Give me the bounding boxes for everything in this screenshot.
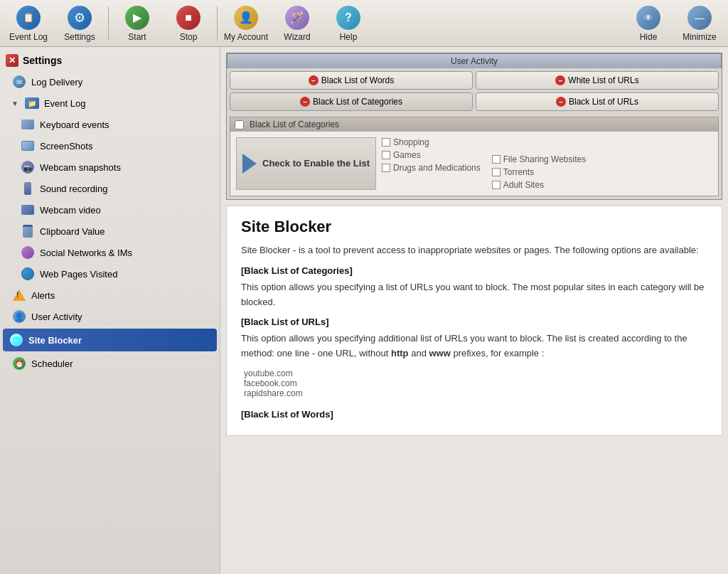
cat-checkbox-filesharing[interactable]	[492, 155, 500, 164]
sidebar-item-clipboard[interactable]: Clipboard Value	[0, 220, 220, 242]
settings-label: Settings	[64, 32, 95, 42]
content-area: User Activity – Black List of Words – Wh…	[220, 47, 728, 574]
minimize-label: Minimize	[682, 32, 716, 42]
categories-list: Shopping Games Drugs and Medications	[382, 137, 712, 190]
cat-label-drugs: Drugs and Medications	[393, 163, 481, 173]
sidebar-item-scheduler[interactable]: ⏰ Scheduler	[0, 353, 220, 374]
sidebar-item-log-delivery[interactable]: ✉ Log Delivery	[0, 71, 220, 92]
tab-black-list-words-label: Black List of Words	[321, 75, 394, 85]
cat-checkbox-shopping[interactable]	[382, 138, 390, 147]
categories-panel-header: Black List of Categories	[230, 117, 718, 132]
cat-item-games: Games	[382, 150, 481, 160]
help-button[interactable]: ? Help	[323, 2, 374, 45]
settings-button[interactable]: ⚙ Settings	[54, 2, 105, 45]
stop-button[interactable]: ■ Stop	[163, 2, 214, 45]
desc-title: Site Blocker	[241, 218, 707, 236]
event-log-icon: 📋	[16, 5, 41, 31]
cat-label-filesharing: File Sharing Websites	[503, 154, 587, 164]
cat-item-drugs: Drugs and Medications	[382, 163, 481, 173]
cat-label-shopping: Shopping	[393, 137, 429, 147]
scheduler-label: Scheduler	[31, 358, 73, 369]
user-activity-title: User Activity	[451, 56, 498, 66]
desc-example-3: rapidshare.com	[244, 388, 707, 398]
close-button[interactable]: ✕	[6, 54, 18, 67]
tab-row-2: – Black List of Categories – Black List …	[227, 92, 722, 114]
toolbar-sep-1	[108, 6, 109, 41]
event-log-button[interactable]: 📋 Event Log	[3, 2, 54, 45]
cat-item-filesharing: File Sharing Websites	[492, 154, 587, 164]
sidebar-item-alerts[interactable]: Alerts	[0, 285, 220, 306]
minimize-button[interactable]: — Minimize	[674, 2, 725, 45]
help-label: Help	[340, 32, 358, 42]
desc-end: prefixes, for example :	[451, 348, 545, 358]
sidebar-item-screenshots[interactable]: ScreenShots	[0, 135, 220, 156]
screenshot-icon	[20, 138, 36, 154]
tab-black-list-categories[interactable]: – Black List of Categories	[230, 92, 473, 111]
help-icon: ?	[336, 5, 361, 31]
user-activity-label: User Activity	[31, 312, 82, 322]
sidebar-item-keyboard[interactable]: Keyboard events	[0, 114, 220, 135]
tab-black-list-urls[interactable]: – Black List of URLs	[476, 92, 719, 111]
scheduler-icon: ⏰	[11, 356, 27, 371]
desc-example-2: facebook.com	[244, 378, 707, 388]
description-area: Site Blocker Site Blocker - is a tool to…	[226, 206, 722, 436]
cat-item-shopping: Shopping	[382, 137, 481, 147]
desc-section-2-text: This option allows you specifying additi…	[241, 331, 707, 361]
sidebar-item-event-log[interactable]: ▼ 📁 Event Log	[0, 92, 220, 114]
start-label: Start	[128, 32, 146, 42]
site-blocker-label: Site Blocker	[28, 335, 82, 346]
sidebar-item-user-activity[interactable]: 👤 User Activity	[0, 306, 220, 327]
log-delivery-label: Log Delivery	[31, 77, 82, 87]
desc-http-bold: http	[391, 348, 409, 358]
sidebar-item-webcam-video[interactable]: Webcam video	[0, 199, 220, 220]
tab-black-list-urls-label: Black List of URLs	[569, 97, 638, 107]
enable-text: Check to Enable the List	[262, 158, 370, 170]
categories-panel: Black List of Categories Check to Enable…	[230, 117, 719, 196]
cat-item-adult: Adult Sites	[492, 180, 587, 190]
cat-col-left: File Sharing Websites Torrents Adult Sit…	[492, 154, 587, 190]
social-icon	[20, 245, 36, 260]
sidebar-item-web-pages[interactable]: Web Pages Visited	[0, 263, 220, 285]
hide-button[interactable]: 👁 Hide	[623, 2, 674, 45]
sidebar-item-social-networks[interactable]: Social Networks & IMs	[0, 242, 220, 263]
alerts-label: Alerts	[31, 290, 55, 301]
expand-icon: ▼	[11, 100, 18, 107]
minus-icon-2: –	[555, 75, 565, 85]
hide-label: Hide	[640, 32, 658, 42]
user-activity-panel: User Activity – Black List of Words – Wh…	[226, 53, 722, 200]
cat-label-adult: Adult Sites	[503, 180, 544, 190]
sidebar-title: Settings	[23, 55, 62, 66]
desc-www-bold: www	[429, 348, 450, 358]
minimize-icon: —	[687, 5, 712, 31]
desc-section-3-heading: [Black List of Words]	[241, 409, 707, 420]
tab-row-1: – Black List of Words – White List of UR…	[227, 68, 722, 92]
stop-icon: ■	[176, 5, 201, 31]
cat-checkbox-games[interactable]	[382, 151, 390, 159]
tab-black-list-words[interactable]: – Black List of Words	[230, 71, 473, 90]
account-icon: 👤	[233, 5, 259, 31]
wizard-icon: 🪄	[284, 5, 310, 31]
sidebar-item-site-blocker[interactable]: 🌐 Site Blocker	[3, 329, 217, 351]
sidebar-item-sound-recording[interactable]: Sound recording	[0, 178, 220, 199]
keyboard-label: Keyboard events	[40, 119, 109, 130]
cat-checkbox-adult[interactable]	[492, 181, 500, 189]
wizard-button[interactable]: 🪄 Wizard	[272, 2, 323, 45]
account-button[interactable]: 👤 My Account	[220, 2, 272, 45]
tab-white-list-urls[interactable]: – White List of URLs	[476, 71, 719, 90]
desc-section-1-heading: [Black List of Categories]	[241, 265, 707, 276]
desc-intro: Site Blocker - is a tool to prevent acce…	[241, 243, 707, 258]
webcam-snap-icon: 📷	[20, 159, 36, 175]
cat-checkbox-torrents[interactable]	[492, 168, 500, 176]
cat-checkbox-drugs[interactable]	[382, 164, 390, 172]
event-log-label: Event Log	[9, 32, 48, 42]
desc-mid: and	[409, 348, 429, 358]
sidebar-item-webcam-snapshots[interactable]: 📷 Webcam snapshots	[0, 156, 220, 178]
hide-icon: 👁	[636, 5, 661, 31]
settings-icon: ⚙	[67, 5, 92, 31]
wizard-label: Wizard	[284, 32, 310, 42]
categories-enable-checkbox[interactable]	[235, 120, 244, 129]
alerts-icon	[11, 287, 27, 303]
web-icon	[20, 266, 36, 282]
desc-example-1: youtube.com	[244, 368, 707, 378]
start-button[interactable]: ▶ Start	[112, 2, 163, 45]
